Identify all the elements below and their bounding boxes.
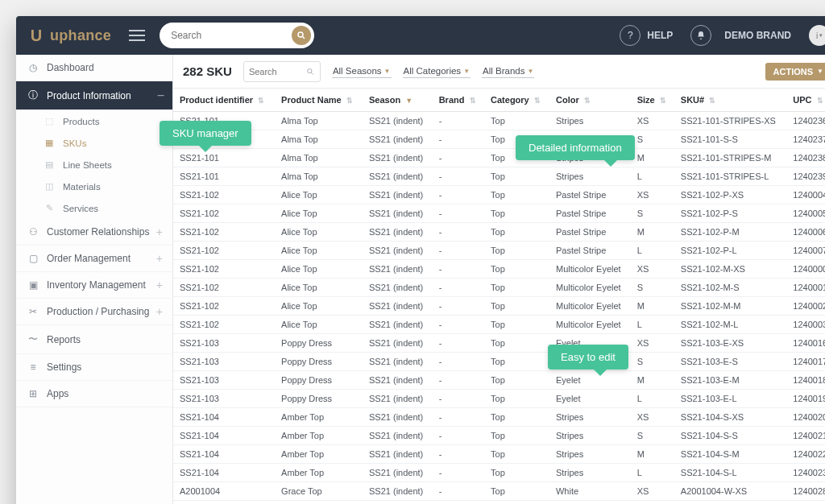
help-label[interactable]: HELP [647, 30, 673, 41]
table-row[interactable]: SS21-104Amber TopSS21 (indent)-TopStripe… [173, 445, 825, 464]
table-cell: SS21-104-S-L [674, 464, 786, 482]
sidebar-item-product-information[interactable]: ⓘ Product Information − [16, 81, 172, 110]
table-cell: L [631, 242, 674, 260]
table-row[interactable]: SS21-104Amber TopSS21 (indent)-TopStripe… [173, 408, 825, 427]
column-header[interactable]: Product Name ⇅ [275, 89, 363, 112]
sidebar-item-reports[interactable]: 〜Reports [16, 325, 172, 354]
table-cell: SS21 (indent) [363, 371, 433, 390]
table-cell: Top [484, 297, 549, 316]
column-header[interactable]: Size ⇅ [631, 89, 674, 112]
menu-toggle-icon[interactable] [129, 27, 145, 43]
table-row[interactable]: SS21-101Alma TopSS21 (indent)-TopStripes… [173, 167, 825, 186]
table-cell: XS [631, 408, 674, 427]
sheet-icon: ▤ [44, 159, 55, 170]
sidebar-sub-products[interactable]: ⬚Products [16, 110, 172, 132]
actions-button[interactable]: ACTIONS▼ [765, 63, 825, 81]
bell-icon[interactable] [690, 25, 711, 46]
expand-icon[interactable]: + [156, 279, 163, 291]
table-row[interactable]: SS21-102Alice TopSS21 (indent)-TopPastel… [173, 204, 825, 223]
table-row[interactable]: SS21-102Alice TopSS21 (indent)-TopPastel… [173, 223, 825, 242]
table-row[interactable]: SS21-102Alice TopSS21 (indent)-TopMultic… [173, 316, 825, 334]
table-cell: Pastel Stripe [549, 223, 631, 242]
table-row[interactable]: SS21-103Poppy DressSS21 (indent)-TopEyel… [173, 353, 825, 371]
chevron-down-icon: ▼ [817, 68, 823, 75]
table-cell: 12400027 [786, 297, 825, 316]
sidebar-sub-materials[interactable]: ◫Materials [16, 176, 172, 197]
global-search-input[interactable] [171, 30, 292, 41]
sidebar-item-settings[interactable]: ≡Settings [16, 354, 172, 381]
user-label[interactable]: DEMO BRAND [724, 30, 791, 41]
sidebar-item-label: Dashboard [47, 62, 94, 73]
table-cell: Amber Top [275, 464, 363, 482]
table-row[interactable]: SS21-101Alma TopSS21 (indent)-TopStripes… [173, 149, 825, 167]
collapse-icon[interactable]: − [157, 89, 164, 103]
table-cell: SS21-102 [173, 204, 275, 223]
table-row[interactable]: SS21-102Alice TopSS21 (indent)-TopMultic… [173, 297, 825, 316]
table-cell: XS [631, 482, 674, 501]
sidebar-item-production-purchasing[interactable]: ✂Production / Purchasing+ [16, 299, 172, 325]
sku-count: 282 SKU [183, 64, 232, 78]
filter-brands[interactable]: All Brands▼ [482, 64, 534, 78]
app-window: U uphance ? HELP DEMO BRAND i ▾ ◷ Dashbo… [16, 16, 825, 504]
column-header[interactable]: SKU# ⇅ [674, 89, 786, 112]
table-row[interactable]: SS21-103Poppy DressSS21 (indent)-TopEyel… [173, 334, 825, 353]
table-cell: A2001004 [173, 501, 275, 505]
table-cell: - [433, 371, 484, 390]
table-row[interactable]: SS21-102Alice TopSS21 (indent)-TopPastel… [173, 186, 825, 204]
table-cell: 12402366 [786, 112, 825, 130]
table-row[interactable]: SS21-101Alma TopSS21 (indent)-TopStripes… [173, 130, 825, 149]
sidebar-sub-linesheets[interactable]: ▤Line Sheets [16, 154, 172, 176]
table-cell: Stripes [549, 464, 631, 482]
filter-seasons[interactable]: All Seasons▼ [332, 64, 392, 78]
table-search[interactable] [243, 61, 321, 82]
column-header[interactable]: UPC ⇅ [786, 89, 825, 112]
sidebar-item-dashboard[interactable]: ◷ Dashboard [16, 55, 172, 81]
table-cell: SS21-102 [173, 186, 275, 204]
callout-sku-manager: SKU manager [160, 121, 251, 146]
expand-icon[interactable]: + [156, 305, 163, 318]
expand-icon[interactable]: + [156, 225, 163, 238]
table-row[interactable]: A2001004Grace TopSS21 (indent)-TopWhiteS… [173, 501, 825, 505]
table-cell: SS21-103-E-M [674, 371, 786, 390]
table-row[interactable]: SS21-103Poppy DressSS21 (indent)-TopEyel… [173, 371, 825, 390]
table-row[interactable]: SS21-101Alma TopSS21 (indent)-TopStripes… [173, 112, 825, 130]
table-row[interactable]: SS21-102Alice TopSS21 (indent)-TopMultic… [173, 279, 825, 297]
table-search-input[interactable] [249, 67, 307, 76]
table-cell: 12400171 [786, 353, 825, 371]
table-row[interactable]: SS21-104Amber TopSS21 (indent)-TopStripe… [173, 427, 825, 445]
global-search[interactable] [160, 23, 314, 48]
table-cell: Stripes [549, 112, 631, 130]
table-row[interactable]: SS21-103Poppy DressSS21 (indent)-TopEyel… [173, 390, 825, 408]
sidebar-sub-skus[interactable]: ▦SKUs [16, 132, 172, 154]
column-header[interactable]: Season ▼ [363, 89, 433, 112]
sidebar-item-apps[interactable]: ⊞Apps [16, 381, 172, 407]
table-cell: - [433, 464, 484, 482]
column-header[interactable]: Product identifier ⇅ [173, 89, 275, 112]
table-scroll[interactable]: Product identifier ⇅Product Name ⇅Season… [173, 89, 825, 504]
sidebar-item-order-management[interactable]: ▢Order Management+ [16, 246, 172, 272]
column-header[interactable]: Category ⇅ [484, 89, 549, 112]
sidebar-item-inventory-management[interactable]: ▣Inventory Management+ [16, 272, 172, 299]
table-cell: M [631, 149, 674, 167]
users-icon: ⚇ [27, 226, 39, 238]
table-cell: Top [484, 279, 549, 297]
filter-categories[interactable]: All Categories▼ [403, 64, 471, 78]
sidebar-sub-services[interactable]: ✎Services [16, 197, 172, 219]
search-icon[interactable] [292, 26, 311, 45]
expand-icon[interactable]: + [156, 252, 163, 265]
table-cell: - [433, 390, 484, 408]
avatar[interactable]: i ▾ [809, 25, 825, 46]
help-icon[interactable]: ? [620, 25, 641, 46]
callout-easy-to-edit: Easy to edit [548, 345, 628, 370]
table-cell: 12400041 [786, 186, 825, 204]
column-header[interactable]: Brand ⇅ [433, 89, 484, 112]
column-header[interactable]: Color ⇅ [549, 89, 631, 112]
table-row[interactable]: SS21-102Alice TopSS21 (indent)-TopMultic… [173, 260, 825, 279]
table-row[interactable]: A2001004Grace TopSS21 (indent)-TopWhiteX… [173, 482, 825, 501]
table-cell: M [631, 445, 674, 464]
table-cell: Top [484, 334, 549, 353]
sidebar-item-customer-relationships[interactable]: ⚇Customer Relationships+ [16, 219, 172, 246]
table-cell: SS21 (indent) [363, 242, 433, 260]
table-row[interactable]: SS21-102Alice TopSS21 (indent)-TopPastel… [173, 242, 825, 260]
table-row[interactable]: SS21-104Amber TopSS21 (indent)-TopStripe… [173, 464, 825, 482]
